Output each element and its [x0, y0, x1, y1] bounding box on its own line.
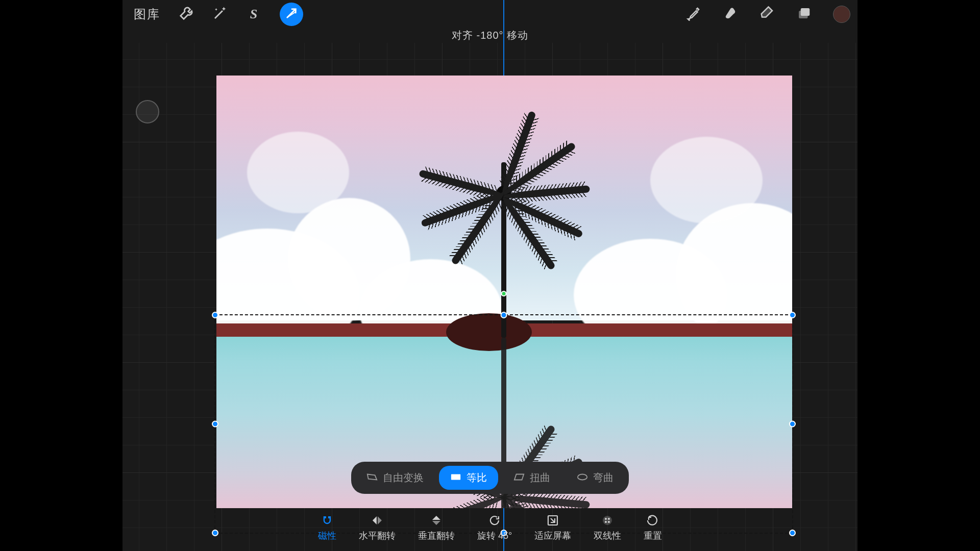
brush-button[interactable]: [686, 7, 701, 22]
wand-icon: [212, 6, 228, 23]
color-swatch[interactable]: [833, 6, 850, 23]
resize-handle-ml[interactable]: [212, 421, 218, 428]
resize-handle-tr[interactable]: [789, 312, 796, 318]
uniform-icon: [450, 472, 461, 484]
interpolation-icon: [601, 514, 614, 527]
brush-icon: [686, 6, 701, 23]
mode-label: 等比: [467, 471, 487, 485]
reset-icon: [646, 514, 659, 527]
freeform-icon: [366, 472, 378, 484]
gallery-button[interactable]: 图库: [134, 6, 160, 22]
mode-label: 弯曲: [593, 471, 614, 485]
mode-label: 自由变换: [383, 471, 424, 485]
action-label: 磁性: [318, 530, 336, 542]
distort-icon: [513, 472, 525, 484]
action-label: 适应屏幕: [534, 530, 571, 542]
top-toolbar-left: 图库 S: [134, 3, 303, 26]
svg-point-8: [608, 521, 610, 523]
eraser-button[interactable]: [760, 7, 775, 22]
artwork-cloud: [247, 132, 349, 213]
artwork-cloud: [650, 137, 763, 223]
resize-handle-mr[interactable]: [789, 421, 796, 428]
layers-button[interactable]: [796, 7, 812, 22]
selection-s-icon: S: [250, 7, 257, 22]
action-reset-button[interactable]: 重置: [644, 514, 662, 542]
smudge-button[interactable]: [723, 7, 738, 22]
action-label: 重置: [644, 530, 662, 542]
artwork-island: [446, 313, 532, 351]
mode-warp-button[interactable]: 弯曲: [566, 466, 625, 490]
eraser-icon: [760, 6, 775, 23]
rotate-icon: [488, 514, 501, 527]
flip-horizontal-icon: [371, 514, 384, 527]
resize-handle-tl[interactable]: [212, 312, 218, 318]
action-fit-screen-button[interactable]: 适应屏幕: [534, 514, 571, 542]
svg-point-5: [605, 518, 607, 520]
transform-button[interactable]: [280, 3, 303, 26]
action-label: 双线性: [594, 530, 621, 542]
layers-icon: [796, 6, 812, 23]
action-rotate-45-button[interactable]: 旋转 45°: [477, 514, 512, 542]
mode-uniform-button[interactable]: 等比: [439, 466, 498, 490]
action-magnetics-button[interactable]: 磁性: [318, 514, 336, 542]
svg-point-7: [605, 521, 607, 523]
adjustments-button[interactable]: [212, 7, 228, 22]
svg-rect-1: [801, 8, 810, 16]
resize-handle-tm[interactable]: [501, 312, 507, 318]
artwork: [216, 76, 792, 508]
svg-point-4: [603, 516, 612, 525]
action-flip-horizontal-button[interactable]: 水平翻转: [359, 514, 396, 542]
fit-screen-icon: [546, 514, 559, 527]
resize-handle-bl[interactable]: [212, 530, 218, 536]
app-window: 图库 S: [122, 0, 857, 551]
warp-icon: [577, 472, 588, 484]
top-toolbar: 图库 S: [122, 0, 857, 29]
transform-action-bar: 磁性 水平翻转 垂直翻转 旋转 45°: [318, 514, 662, 542]
action-label: 旋转 45°: [477, 530, 512, 542]
svg-point-6: [608, 518, 610, 520]
resize-handle-br[interactable]: [789, 530, 796, 536]
flip-vertical-icon: [430, 514, 443, 527]
transform-status-label: 对齐 -180° 移动: [122, 29, 857, 42]
action-label: 垂直翻转: [418, 530, 455, 542]
top-toolbar-right: [686, 6, 850, 23]
mode-freeform-button[interactable]: 自由变换: [355, 466, 435, 490]
action-flip-vertical-button[interactable]: 垂直翻转: [418, 514, 455, 542]
smudge-icon: [723, 6, 738, 23]
mode-label: 扭曲: [530, 471, 550, 485]
canvas[interactable]: 自由变换 等比 扭曲 弯曲: [122, 43, 857, 551]
magnet-icon: [321, 514, 334, 527]
sidebar-puck[interactable]: [136, 100, 159, 123]
actions-button[interactable]: [179, 7, 194, 22]
mode-distort-button[interactable]: 扭曲: [502, 466, 561, 490]
action-interpolation-button[interactable]: 双线性: [594, 514, 621, 542]
arrow-icon: [286, 8, 297, 21]
svg-rect-2: [451, 474, 460, 480]
action-label: 水平翻转: [359, 530, 396, 542]
transform-mode-bar: 自由变换 等比 扭曲 弯曲: [351, 462, 629, 494]
wrench-icon: [179, 6, 194, 23]
selection-button[interactable]: S: [246, 7, 261, 22]
